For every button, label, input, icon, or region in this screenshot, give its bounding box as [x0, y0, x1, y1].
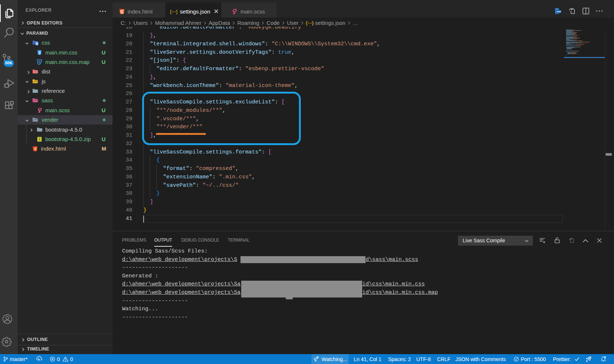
svg-text:3: 3: [38, 51, 40, 54]
svg-text:5: 5: [34, 147, 36, 151]
svg-text:PHP: PHP: [557, 11, 561, 13]
svg-text:{⋯}: {⋯}: [170, 9, 177, 14]
svg-text:3: 3: [36, 42, 38, 45]
